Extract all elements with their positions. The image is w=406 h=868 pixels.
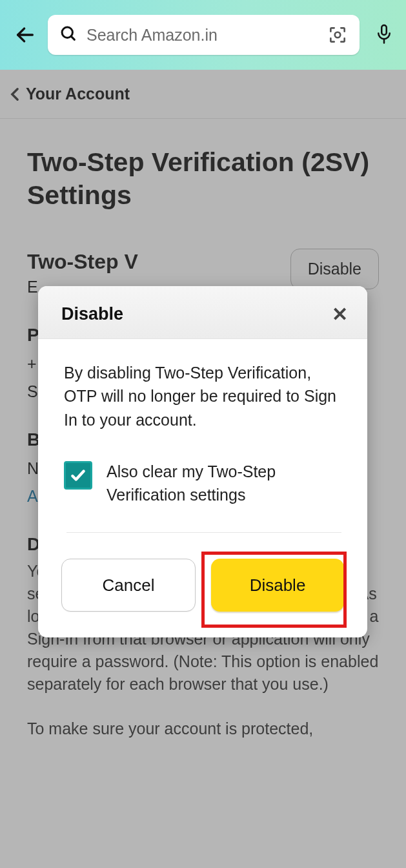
chevron-left-icon bbox=[10, 87, 19, 101]
cancel-button[interactable]: Cancel bbox=[61, 559, 196, 612]
close-icon[interactable]: ✕ bbox=[332, 305, 348, 324]
svg-rect-4 bbox=[381, 25, 387, 35]
breadcrumb[interactable]: Your Account bbox=[0, 70, 406, 119]
modal-body-text: By disabling Two-Step Verification, OTP … bbox=[64, 361, 344, 431]
svg-line-2 bbox=[71, 36, 74, 39]
checkbox-label: Also clear my Two-Step Verification sett… bbox=[107, 460, 344, 507]
svg-point-3 bbox=[335, 32, 341, 38]
disable-modal: Disable ✕ By disabling Two-Step Verifica… bbox=[38, 286, 367, 637]
page-title: Two-Step Verification (2SV) Settings bbox=[27, 146, 379, 212]
search-bar[interactable] bbox=[48, 15, 360, 55]
disable-button[interactable]: Disable bbox=[211, 559, 344, 612]
search-input[interactable] bbox=[86, 26, 318, 45]
breadcrumb-label: Your Account bbox=[26, 85, 130, 103]
top-bar bbox=[0, 0, 406, 70]
clear-settings-checkbox[interactable] bbox=[64, 461, 92, 490]
microphone-icon[interactable] bbox=[374, 23, 394, 46]
modal-title: Disable bbox=[61, 304, 123, 324]
back-arrow-icon[interactable] bbox=[14, 24, 36, 46]
modal-divider bbox=[66, 532, 341, 533]
lens-icon[interactable] bbox=[327, 25, 348, 45]
protection-paragraph: To make sure your account is protected, bbox=[0, 718, 406, 740]
section-heading: Two-Step V bbox=[27, 249, 138, 276]
disable-button-bg[interactable]: Disable bbox=[290, 249, 379, 289]
search-icon bbox=[59, 25, 77, 45]
check-icon bbox=[70, 467, 86, 484]
